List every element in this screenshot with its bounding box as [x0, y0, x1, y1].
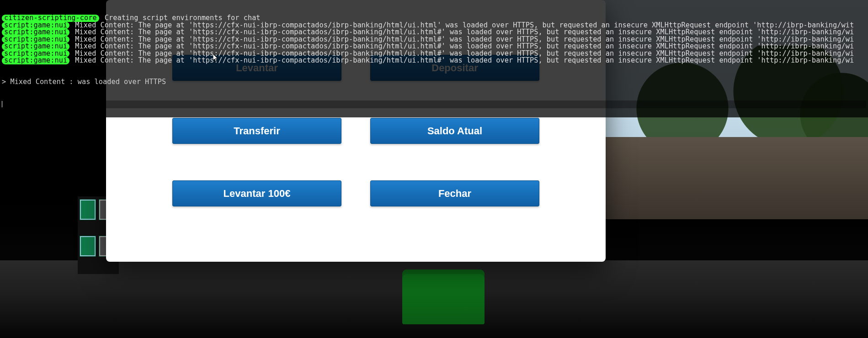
console-line: script:game:nui Mixed Content: The page … — [2, 57, 866, 64]
console-source-tag: script:game:nui — [2, 57, 69, 64]
console-prompt: > Mixed Content : was loaded over HTTPS — [2, 79, 866, 86]
close-button[interactable]: Fechar — [370, 180, 539, 206]
debug-console: citizen-scripting-core Creating script e… — [0, 0, 868, 117]
console-input[interactable] — [2, 100, 866, 108]
withdraw-100-button[interactable]: Levantar 100€ — [172, 180, 341, 206]
balance-button[interactable]: Saldo Atual — [370, 118, 539, 144]
transfer-button[interactable]: Transferir — [172, 118, 341, 144]
console-message: Mixed Content: The page at 'https://cfx-… — [71, 56, 854, 64]
